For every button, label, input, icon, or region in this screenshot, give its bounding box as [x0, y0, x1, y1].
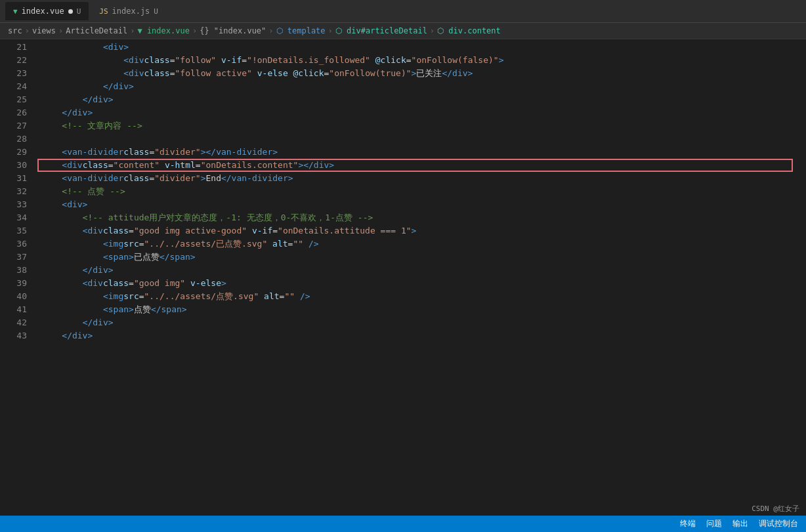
ln-36: 36 [0, 237, 27, 251]
breadcrumb-indexvue: ▼ index.vue [137, 26, 189, 35]
breadcrumb-src: src [8, 26, 22, 35]
ln-30: 30 [0, 159, 27, 172]
code-line-41: <span> 点赞 </span> [36, 303, 806, 316]
status-problems[interactable]: 问题 [706, 518, 722, 529]
ln-40: 40 [0, 290, 27, 303]
breadcrumb-views: views [32, 26, 56, 35]
code-line-35: <div class="good img active-good" v-if="… [36, 224, 806, 237]
breadcrumb-div-content: ⬡ div.content [437, 26, 501, 35]
code-line-27: <!-- 文章内容 --> [36, 119, 806, 133]
code-line-38: </div> [36, 264, 806, 277]
tab-modifier-vue: U [77, 7, 81, 16]
ln-22: 22 [0, 54, 27, 67]
ln-34: 34 [0, 211, 27, 224]
ln-28: 28 [0, 133, 27, 146]
code-line-31: <van-divider class="divider" > End </van… [36, 172, 806, 185]
tab-label-vue: index.vue [22, 7, 64, 16]
status-bar: 终端 问题 输出 调试控制台 [0, 516, 806, 532]
ln-32: 32 [0, 185, 27, 198]
breadcrumb-div-article: ⬡ div#articleDetail [335, 26, 427, 35]
code-content[interactable]: <div> <div class="follow" v-if="!onDetai… [36, 39, 806, 516]
code-line-34: <!-- attitude用户对文章的态度，-1: 无态度，0-不喜欢，1-点赞… [36, 211, 806, 224]
breadcrumb-obj: {} "index.vue" [200, 26, 266, 35]
code-line-30: <div class="content" v-html="onDetails.c… [36, 159, 806, 172]
modified-dot-vue [68, 9, 73, 14]
ln-25: 25 [0, 93, 27, 106]
code-line-39: <div class="good img" v-else > [36, 277, 806, 290]
code-line-36: <img src="../../assets/已点赞.svg" alt="" /… [36, 237, 806, 251]
line-numbers: 21 22 23 24 25 26 27 28 29 30 31 32 33 3… [0, 39, 36, 516]
ln-33: 33 [0, 198, 27, 211]
ln-41: 41 [0, 303, 27, 316]
ln-29: 29 [0, 146, 27, 159]
tab-index-vue[interactable]: ▼ index.vue U [5, 2, 89, 20]
tab-bar: ▼ index.vue U JS index.js U [0, 0, 806, 23]
status-terminal[interactable]: 终端 [680, 518, 696, 529]
breadcrumb-articledetail: ArticleDetail [66, 26, 127, 35]
breadcrumb-template: ⬡ template [276, 26, 326, 35]
code-line-23: <div class="follow active" v-else @click… [36, 67, 806, 80]
breadcrumb: src › views › ArticleDetail › ▼ index.vu… [0, 23, 806, 39]
editor: 21 22 23 24 25 26 27 28 29 30 31 32 33 3… [0, 39, 806, 516]
ln-23: 23 [0, 67, 27, 80]
ln-37: 37 [0, 251, 27, 264]
ln-39: 39 [0, 277, 27, 290]
code-line-43: </div> [36, 329, 806, 342]
code-line-21: <div> [36, 41, 806, 54]
ln-43: 43 [0, 329, 27, 342]
code-line-28 [36, 133, 806, 146]
code-line-24: </div> [36, 80, 806, 93]
code-line-29: <van-divider class="divider" ></van-divi… [36, 146, 806, 159]
code-line-42: </div> [36, 316, 806, 329]
code-line-33: <div> [36, 198, 806, 211]
tab-index-js[interactable]: JS index.js U [91, 2, 166, 20]
ln-26: 26 [0, 106, 27, 119]
ln-31: 31 [0, 172, 27, 185]
code-line-22: <div class="follow" v-if="!onDetails.is_… [36, 54, 806, 67]
ln-42: 42 [0, 316, 27, 329]
status-output[interactable]: 输出 [732, 518, 748, 529]
js-icon: JS [99, 7, 108, 16]
ln-24: 24 [0, 80, 27, 93]
ln-27: 27 [0, 119, 27, 133]
code-line-26: </div> [36, 106, 806, 119]
csdn-badge: CSDN @红女子 [752, 504, 799, 514]
ln-38: 38 [0, 264, 27, 277]
ln-35: 35 [0, 224, 27, 237]
code-line-25: </div> [36, 93, 806, 106]
csdn-label: CSDN @红女子 [752, 504, 799, 513]
status-debug-console[interactable]: 调试控制台 [759, 518, 798, 529]
tab-modifier-js: U [154, 7, 158, 16]
vue-icon: ▼ [13, 7, 18, 16]
tab-label-js: index.js [112, 7, 150, 16]
code-line-40: <img src="../../assets/点赞.svg" alt="" /> [36, 290, 806, 303]
code-line-37: <span> 已点赞 </span> [36, 251, 806, 264]
ln-21: 21 [0, 41, 27, 54]
code-line-32: <!-- 点赞 --> [36, 185, 806, 198]
